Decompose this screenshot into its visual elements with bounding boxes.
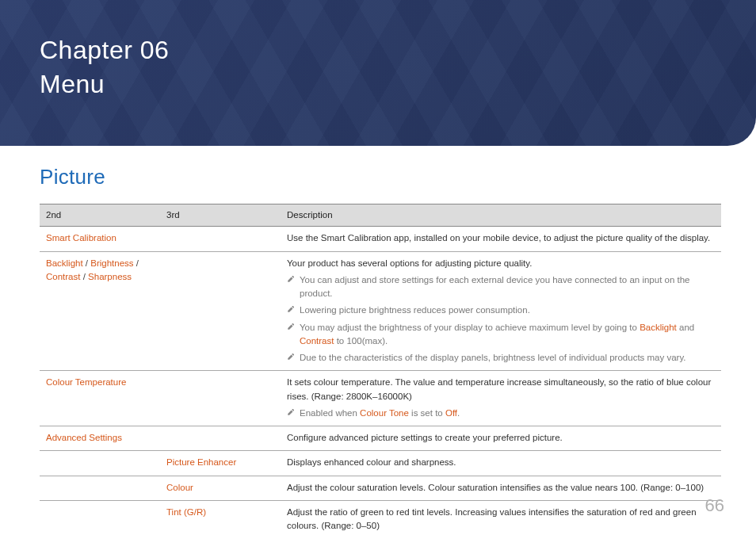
menu-term: Colour <box>166 483 193 492</box>
table-row: Tint (G/R) Adjust the ratio of green to … <box>40 500 721 535</box>
table-row: Colour Adjust the colour saturation leve… <box>40 476 721 500</box>
pencil-icon <box>287 305 295 313</box>
chapter-number: Chapter 06 <box>40 36 169 64</box>
table-header-row: 2nd 3rd Description <box>40 204 721 227</box>
menu-table: 2nd 3rd Description Smart Calibration Us… <box>40 204 721 535</box>
table-row: Smart Calibration Use the Smart Calibrat… <box>40 227 721 251</box>
menu-term: Contrast <box>46 272 80 281</box>
pencil-icon <box>287 353 295 361</box>
cell-desc: It sets colour temperature. The value an… <box>287 376 715 403</box>
menu-term: Tint (G/R) <box>166 507 206 517</box>
col-header-3rd: 3rd <box>160 204 281 227</box>
cell-desc: Displays enhanced colour and sharpness. <box>281 451 721 476</box>
cell-desc: Use the Smart Calibration app, installed… <box>281 227 721 251</box>
note: Enabled when Colour Tone is set to Off. <box>287 407 715 420</box>
section-title: Picture <box>40 165 756 189</box>
cell-desc: Configure advanced picture settings to c… <box>281 426 721 451</box>
chapter-title: Chapter 06 Menu <box>40 33 756 101</box>
menu-term: Smart Calibration <box>46 233 116 243</box>
menu-term: Picture Enhancer <box>166 457 236 467</box>
note: Due to the characteristics of the displa… <box>287 351 715 365</box>
col-header-2nd: 2nd <box>40 204 160 227</box>
menu-term: Sharpness <box>88 272 132 281</box>
cell-desc: Adjust the ratio of green to red tint le… <box>281 500 721 535</box>
table-row: Advanced Settings Configure advanced pic… <box>40 426 721 451</box>
pencil-icon <box>287 323 295 331</box>
cell-desc: Adjust the colour saturation levels. Col… <box>281 476 721 500</box>
table-row: Colour Temperature It sets colour temper… <box>40 371 721 426</box>
pencil-icon <box>287 408 295 416</box>
cell-desc: Your product has several options for adj… <box>287 257 715 270</box>
pencil-icon <box>287 275 295 283</box>
chapter-banner: Chapter 06 Menu <box>0 0 756 146</box>
menu-term: Brightness <box>90 258 133 268</box>
chapter-name: Menu <box>40 70 105 98</box>
table-row: Picture Enhancer Displays enhanced colou… <box>40 451 721 476</box>
note: Lowering picture brightness reduces powe… <box>287 304 715 317</box>
menu-term: Colour Temperature <box>46 377 126 387</box>
menu-term: Backlight <box>46 258 83 268</box>
menu-term: Advanced Settings <box>46 433 122 442</box>
table-row: Backlight / Brightness / Contrast / Shar… <box>40 251 721 371</box>
col-header-desc: Description <box>281 204 721 227</box>
note: You may adjust the brightness of your di… <box>287 321 715 349</box>
note: You can adjust and store settings for ea… <box>287 273 715 301</box>
page-number: 66 <box>705 495 724 516</box>
